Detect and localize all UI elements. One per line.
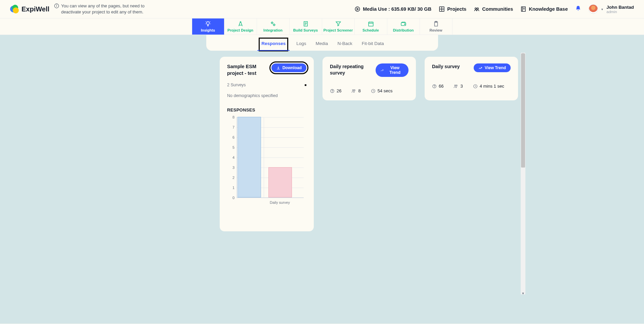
notifications-button[interactable] [575, 5, 581, 13]
y-tick-label: 7 [227, 125, 234, 129]
download-label: Download [283, 65, 302, 70]
nav-insights[interactable]: Insights [192, 18, 224, 35]
communities-link[interactable]: Communities [474, 6, 513, 12]
svg-point-40 [455, 85, 456, 86]
subtabs: Responses Logs Media N-Back Fit-bit Data [206, 35, 438, 51]
stat-responses: 66 [432, 84, 443, 89]
project-summary-card: Sample ESM project - test Download 2 Sur… [220, 57, 314, 231]
funnel-icon [335, 21, 341, 27]
responses-chart: 012345678Daily survey [227, 117, 304, 204]
view-trend-button[interactable]: View Trend [376, 63, 409, 77]
svg-line-14 [206, 21, 206, 22]
stat-participants: 3 [454, 84, 463, 89]
tab-fitbit-label: Fit-bit Data [362, 41, 384, 46]
nav-review[interactable]: Review [420, 18, 453, 35]
view-trend-label: View Trend [485, 65, 506, 70]
brand-logo[interactable]: ExpiWell [10, 5, 49, 13]
chart-bar [238, 117, 261, 197]
info-banner: You can view any of the pages, but need … [54, 3, 162, 15]
chevron-down-icon: ▾ [601, 7, 603, 11]
calendar-icon [368, 21, 374, 27]
trend-icon [478, 66, 483, 70]
survey-title: Daily repeating survey [330, 63, 372, 76]
tab-media[interactable]: Media [315, 38, 329, 51]
scrollbar[interactable]: ▲ ▼ [521, 53, 525, 294]
y-tick-label: 6 [227, 135, 234, 139]
info-text: You can view any of the pages, but need … [61, 3, 162, 15]
content-area: Responses Logs Media N-Back Fit-bit Data… [0, 35, 644, 324]
svg-line-15 [210, 21, 210, 22]
nav-integration[interactable]: Integration [257, 18, 290, 35]
tab-logs[interactable]: Logs [296, 38, 307, 51]
tab-fitbit[interactable]: Fit-bit Data [361, 38, 385, 51]
scroll-thumb[interactable] [521, 53, 525, 168]
nav-insights-label: Insights [201, 28, 215, 32]
responses-heading: RESPONSES [227, 107, 306, 112]
responses-value: 66 [439, 84, 443, 89]
cards-row: Sample ESM project - test Download 2 Sur… [220, 51, 626, 231]
knowledge-base-link[interactable]: Knowledge Base [520, 6, 568, 12]
svg-point-3 [355, 7, 360, 11]
media-use-link[interactable]: Media Use : 635.69 KB/ 30 GB [354, 6, 431, 12]
clipboard-icon [433, 21, 439, 27]
people-icon [454, 84, 458, 89]
scroll-down-icon[interactable]: ▼ [521, 292, 525, 295]
avg-time-value: 54 secs [378, 88, 393, 93]
y-tick-label: 1 [227, 186, 234, 190]
x-tick-label: Daily survey [270, 200, 290, 204]
tab-nback[interactable]: N-Back [337, 38, 353, 51]
form-icon [303, 21, 309, 27]
svg-point-35 [352, 89, 354, 91]
view-trend-button[interactable]: View Trend [474, 63, 511, 72]
wallet-icon [400, 21, 406, 27]
nav-build-surveys[interactable]: Build Surveys [290, 18, 322, 35]
nav-schedule-label: Schedule [362, 28, 379, 32]
survey-card-0: Daily repeating survey View Trend 26 8 [323, 57, 416, 100]
svg-point-30 [404, 24, 405, 25]
communities-icon [474, 6, 480, 12]
tab-responses[interactable]: Responses [259, 38, 288, 51]
svg-point-34 [332, 92, 333, 92]
svg-point-39 [434, 87, 435, 87]
communities-text: Communities [482, 6, 513, 12]
user-menu[interactable]: ▾ John Bantad admin [589, 4, 634, 14]
download-icon [276, 66, 281, 70]
surveys-count: 2 Surveys [227, 83, 246, 87]
project-title: Sample ESM project - test [227, 63, 268, 77]
y-tick-label: 4 [227, 155, 234, 159]
survey-title: Daily survey [432, 63, 460, 70]
clock-icon [371, 89, 376, 93]
participants-value: 8 [358, 88, 360, 93]
lightbulb-icon [205, 21, 211, 27]
svg-point-41 [456, 85, 458, 86]
main-nav: Insights Project Design Integration Buil… [0, 18, 644, 35]
nav-integration-label: Integration [263, 28, 283, 32]
top-bar: ExpiWell You can view any of the pages, … [0, 0, 644, 18]
gears-icon [270, 21, 276, 27]
projects-link[interactable]: Projects [439, 6, 466, 12]
avatar-icon [589, 4, 598, 14]
tab-responses-label: Responses [261, 41, 286, 46]
nav-project-design[interactable]: Project Design [224, 18, 257, 35]
user-name: John Bantad [606, 5, 634, 10]
trend-icon [380, 68, 384, 73]
stat-avg-time: 4 mins 1 sec [473, 84, 504, 89]
tab-nback-label: N-Back [337, 41, 352, 46]
download-button[interactable]: Download [271, 63, 306, 72]
stat-participants: 8 [351, 88, 360, 93]
nav-project-design-label: Project Design [227, 28, 253, 32]
nav-schedule[interactable]: Schedule [355, 18, 387, 35]
nav-project-screener-label: Project Screener [324, 28, 353, 32]
tab-logs-label: Logs [296, 41, 306, 46]
y-tick-label: 0 [227, 196, 234, 200]
nav-project-screener[interactable]: Project Screener [322, 18, 355, 35]
nav-build-surveys-label: Build Surveys [293, 28, 318, 32]
view-trend-label: View Trend [386, 65, 404, 75]
nav-distribution[interactable]: Distribution [387, 18, 420, 35]
clock-icon [473, 84, 478, 89]
svg-point-2 [56, 5, 57, 5]
svg-rect-25 [369, 22, 373, 26]
avg-time-value: 4 mins 1 sec [480, 84, 504, 89]
people-icon [351, 89, 356, 93]
svg-point-9 [477, 8, 479, 9]
